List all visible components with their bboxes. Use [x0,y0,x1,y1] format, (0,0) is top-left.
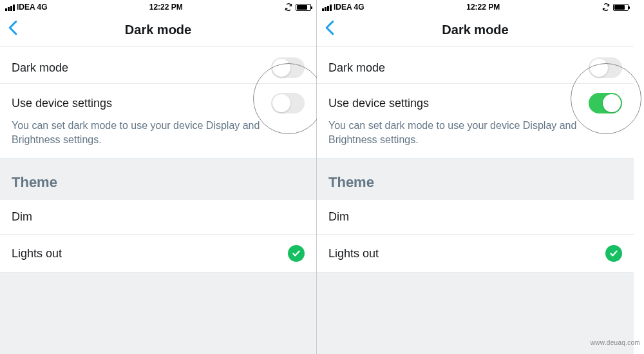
watermark: www.deuaq.com [591,339,640,346]
battery-icon [296,4,311,11]
theme-dim-label: Dim [12,210,32,224]
dark-mode-toggle[interactable] [589,57,622,78]
header: Dark mode [0,13,316,47]
use-device-row[interactable]: Use device settings [317,83,634,119]
use-device-row[interactable]: Use device settings [0,83,316,119]
back-button[interactable] [325,19,335,40]
back-button[interactable] [8,19,18,40]
signal-icon [5,4,15,11]
theme-lightsout-row[interactable]: Lights out [0,235,316,273]
theme-lightsout-row[interactable]: Lights out [317,235,634,273]
use-device-label: Use device settings [328,97,429,110]
header: Dark mode [317,13,634,47]
theme-dim-row[interactable]: Dim [317,200,634,235]
theme-section-header: Theme [317,159,634,200]
dark-mode-row[interactable]: Dark mode [0,47,316,83]
dark-mode-row[interactable]: Dark mode [317,47,634,83]
page-title: Dark mode [125,23,191,37]
page-title: Dark mode [442,23,508,37]
filler [0,273,316,354]
theme-dim-label: Dim [328,210,349,224]
theme-dim-row[interactable]: Dim [0,200,316,235]
dark-mode-label: Dark mode [328,61,385,75]
sync-icon [602,3,611,12]
status-bar: IDEA 4G 12:22 PM [0,0,316,13]
phone-right: IDEA 4G 12:22 PM Dark mode Dark mode Use… [317,0,634,354]
use-device-subtext: You can set dark mode to use your device… [317,119,634,159]
battery-icon [613,4,629,11]
use-device-toggle[interactable] [589,93,622,113]
carrier-label: IDEA 4G [334,3,365,12]
filler [317,273,634,354]
phone-left: IDEA 4G 12:22 PM Dark mode Dark mode Use… [0,0,317,354]
sync-icon [285,3,293,12]
dark-mode-label: Dark mode [12,61,68,75]
use-device-subtext: You can set dark mode to use your device… [0,119,316,159]
theme-section-header: Theme [0,159,316,200]
theme-lightsout-label: Lights out [12,247,62,261]
signal-icon [322,4,332,11]
use-device-toggle[interactable] [271,93,305,113]
use-device-label: Use device settings [12,97,112,110]
checkmark-icon [288,245,305,262]
carrier-label: IDEA 4G [17,3,48,12]
status-time: 12:22 PM [466,3,500,12]
dark-mode-toggle[interactable] [271,57,305,78]
status-time: 12:22 PM [149,3,183,12]
checkmark-icon [605,245,622,262]
theme-lightsout-label: Lights out [328,247,379,261]
status-bar: IDEA 4G 12:22 PM [317,0,634,13]
